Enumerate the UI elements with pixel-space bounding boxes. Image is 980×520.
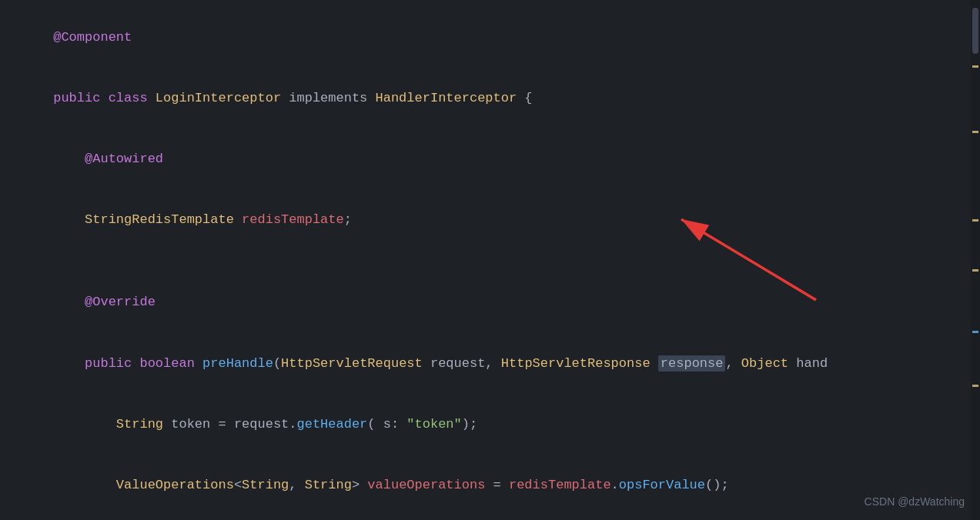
scroll-marker-1 bbox=[972, 65, 978, 68]
scroll-marker-5 bbox=[972, 331, 978, 333]
scroll-marker-4 bbox=[972, 269, 978, 272]
line-1: @Component bbox=[0, 8, 980, 68]
scrollbar[interactable] bbox=[971, 0, 980, 520]
line-3: @Autowired bbox=[0, 129, 980, 190]
line-7: public boolean preHandle(HttpServletRequ… bbox=[0, 333, 980, 394]
line-5 bbox=[0, 251, 980, 272]
line-6: @Override bbox=[0, 272, 980, 333]
scroll-marker-2 bbox=[972, 131, 978, 133]
annotation-component: @Component bbox=[53, 30, 132, 45]
scrollbar-thumb[interactable] bbox=[972, 8, 978, 54]
watermark: CSDN @dzWatching bbox=[865, 494, 965, 511]
line-9: ValueOperations<String, String> valueOpe… bbox=[0, 455, 980, 515]
code-editor: @Component public class LoginInterceptor… bbox=[0, 0, 980, 520]
scroll-marker-3 bbox=[972, 219, 978, 222]
scroll-marker-6 bbox=[972, 385, 978, 387]
line-10: String s = valueOperations.get(token); bbox=[0, 515, 980, 520]
line-2: public class LoginInterceptor implements… bbox=[0, 68, 980, 129]
line-4: StringRedisTemplate redisTemplate; bbox=[0, 190, 980, 251]
line-8: String token = request.getHeader( s: "to… bbox=[0, 394, 980, 455]
